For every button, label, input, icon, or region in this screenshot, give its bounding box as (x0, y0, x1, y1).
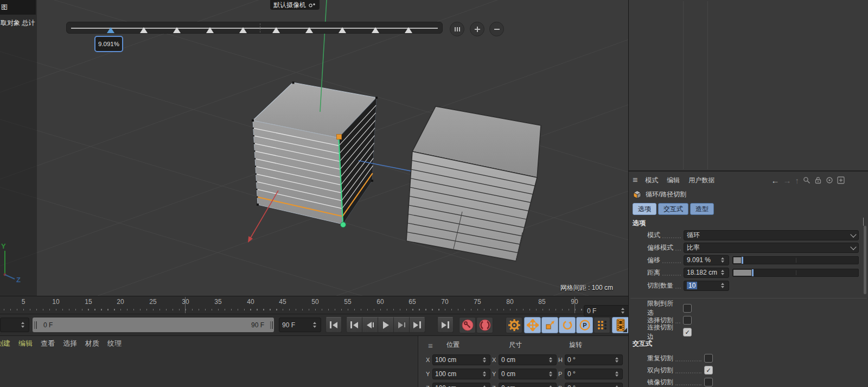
scroll-up-icon[interactable] (863, 218, 864, 226)
add-cut-button[interactable] (470, 22, 484, 36)
preview-range-bar[interactable]: 0 F 90 F (33, 318, 274, 332)
frame-spinner[interactable] (19, 322, 26, 328)
goto-end-button[interactable] (437, 317, 454, 333)
attr-menu-mode[interactable]: 模式 (645, 176, 658, 185)
frame-spinner-field[interactable] (0, 318, 29, 332)
offset-mode-dropdown[interactable]: 比率 (684, 243, 859, 253)
record-position-button[interactable] (524, 317, 541, 333)
attribute-scrollbar[interactable] (863, 218, 867, 385)
pos-z-field[interactable]: 100 cm (432, 383, 490, 387)
cut-marker[interactable] (140, 27, 148, 33)
object-manager[interactable] (629, 0, 868, 172)
cuts-spinner[interactable] (719, 283, 726, 289)
mirror-checkbox[interactable] (704, 378, 713, 386)
select-cuts-checkbox[interactable] (683, 316, 692, 325)
right-cube[interactable] (406, 106, 541, 261)
tab-options[interactable]: 选项 (633, 203, 656, 215)
menu-create[interactable]: 创建 (0, 339, 10, 348)
attr-menu-edit[interactable]: 编辑 (667, 176, 680, 185)
pos-x-field[interactable]: 100 cm (432, 354, 490, 365)
previous-frame-button[interactable] (362, 317, 378, 333)
cut-offset-slider[interactable] (66, 22, 443, 34)
cut-marker[interactable] (272, 27, 280, 33)
remove-cut-button[interactable] (489, 22, 504, 36)
record-pla-button[interactable] (593, 317, 610, 333)
keying-settings-button[interactable] (506, 317, 522, 333)
rot-p-field[interactable]: 0 ° (565, 369, 623, 379)
end-time-spinner[interactable] (311, 322, 318, 328)
cut-marker[interactable] (173, 27, 181, 33)
menu-texture[interactable]: 纹理 (107, 339, 122, 348)
menu-material[interactable]: 材质 (85, 339, 99, 348)
history-forward-icon[interactable]: → (783, 176, 792, 185)
record-scale-button[interactable] (541, 317, 558, 333)
play-button[interactable] (378, 317, 394, 333)
record-keyframe-button[interactable] (459, 317, 476, 333)
add-panel-icon[interactable] (837, 176, 845, 184)
autokey-button[interactable] (476, 317, 493, 333)
pos-y-field[interactable]: 100 cm (432, 369, 490, 379)
attribute-menu-icon[interactable]: ≡ (633, 175, 637, 185)
distance-spinner[interactable] (719, 270, 726, 276)
slider-pause-button[interactable] (450, 22, 464, 36)
attr-menu-userdata[interactable]: 用户数据 (688, 176, 714, 185)
motion-system-button[interactable] (612, 317, 629, 333)
coord-menu-icon[interactable]: ≡ (428, 341, 433, 350)
current-frame-spinner[interactable] (619, 308, 626, 314)
rot-h-field[interactable]: 0 ° (565, 354, 623, 365)
target-icon[interactable] (826, 176, 833, 184)
cut-marker[interactable] (305, 27, 313, 33)
end-time-field[interactable]: 90 F (279, 318, 321, 332)
bidirectional-checkbox[interactable] (704, 366, 713, 375)
record-rotation-button[interactable] (559, 317, 576, 333)
cut-marker[interactable] (206, 27, 214, 33)
previous-key-button[interactable] (346, 317, 362, 333)
cuts-field[interactable]: 10 (684, 281, 729, 291)
size-x-field[interactable]: 0 cm (499, 354, 557, 365)
tab-modeling[interactable]: 造型 (690, 203, 714, 215)
mode-dropdown[interactable]: 循环 (684, 230, 859, 240)
cut-marker[interactable] (239, 27, 247, 33)
timeline[interactable]: 5 10 15 20 25 30 35 40 45 50 55 60 65 70… (0, 296, 628, 335)
cut-marker-active[interactable] (107, 27, 114, 33)
repeat-checkbox[interactable] (704, 354, 713, 363)
distance-field[interactable]: 18.182 cm (684, 268, 729, 278)
range-end-grip[interactable] (269, 321, 274, 329)
record-parameter-button[interactable]: P (576, 317, 593, 333)
menu-select[interactable]: 选择 (63, 339, 77, 348)
goto-start-button[interactable] (326, 317, 342, 333)
menu-view[interactable]: 查看 (41, 339, 55, 348)
cut-handle-dot[interactable] (341, 222, 346, 227)
attribute-manager: ≡ 模式 编辑 用户数据 ← → ↑ 循环/路径切割 选项 (629, 173, 868, 387)
cut-marker[interactable] (372, 27, 379, 33)
camera-label[interactable]: 默认摄像机 (270, 0, 320, 10)
menu-edit[interactable]: 编辑 (18, 339, 33, 348)
rot-b-field[interactable]: 0 ° (565, 383, 623, 387)
current-frame-field[interactable]: 0 F (584, 305, 629, 316)
range-start-grip[interactable] (33, 321, 38, 329)
cut-marker[interactable] (405, 27, 412, 33)
limit-checkbox[interactable] (683, 304, 692, 313)
viewport-3d[interactable]: Y Z 图 取对象 总计 默认摄像机 (0, 0, 628, 296)
distance-slider[interactable] (732, 269, 859, 277)
cut-marker[interactable] (339, 27, 346, 33)
search-icon[interactable] (803, 176, 810, 184)
ruler-tick-label: 20 (112, 298, 129, 306)
next-key-button[interactable] (409, 317, 425, 333)
offset-field[interactable]: 9.091 % (684, 255, 729, 265)
lock-icon[interactable] (814, 176, 822, 184)
offset-slider[interactable] (732, 256, 859, 264)
scrollbar-thumb[interactable] (864, 226, 866, 294)
slider-mid-marker (260, 23, 260, 33)
current-frame-value: 0 F (587, 307, 596, 315)
tab-interactive[interactable]: 交互式 (658, 203, 688, 215)
cut-handle-square[interactable] (337, 135, 342, 139)
next-frame-button[interactable] (393, 317, 410, 333)
attribute-header: ≡ 模式 编辑 用户数据 ← → ↑ (629, 175, 868, 186)
offset-spinner[interactable] (719, 257, 726, 263)
history-back-icon[interactable]: ← (771, 176, 780, 185)
connect-edges-checkbox[interactable] (683, 328, 692, 337)
size-z-field[interactable]: 0 cm (499, 383, 557, 387)
parent-up-icon[interactable]: ↑ (795, 176, 800, 185)
size-y-field[interactable]: 0 cm (499, 369, 557, 379)
